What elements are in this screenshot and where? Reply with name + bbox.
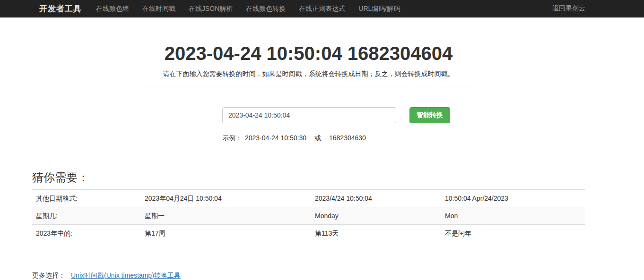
nav-item-url-encode[interactable]: URL编码/解码 bbox=[352, 0, 407, 17]
more-options-label: 更多选择： bbox=[32, 272, 65, 279]
row-value: 第113天 bbox=[311, 225, 441, 242]
section-divider bbox=[139, 87, 478, 87]
page-content: 2023-04-24 10:50:04 1682304604 请在下面输入您需要… bbox=[0, 43, 644, 280]
footer-more-options: 更多选择：Unix时间戳(Unix timestamp)转换工具 bbox=[32, 272, 585, 280]
example-timestamp: 1682304630 bbox=[329, 134, 366, 142]
smart-convert-button[interactable]: 智能转换 bbox=[409, 107, 450, 123]
row-value: Monday bbox=[311, 207, 441, 225]
row-label: 2023年中的: bbox=[32, 225, 141, 242]
example-label: 示例： bbox=[222, 134, 242, 142]
converter-description: 请在下面输入您需要转换的时间，如果是时间戳，系统将会转换成日期；反之，则会转换成… bbox=[32, 70, 585, 78]
nav-item-color-wall[interactable]: 在线颜色墙 bbox=[89, 0, 136, 17]
suggestions-section: 猜你需要： 其他日期格式: 2023年04月24日 10:50:04 2023/… bbox=[32, 170, 585, 242]
suggestions-table: 其他日期格式: 2023年04月24日 10:50:04 2023/4/24 1… bbox=[32, 189, 585, 242]
table-row-year-position: 2023年中的: 第17周 第113天 不是闰年 bbox=[32, 225, 585, 242]
nav-item-back-to-guochuangyun[interactable]: 返回果创云 bbox=[552, 4, 585, 13]
suggestions-heading: 猜你需要： bbox=[32, 170, 585, 185]
nav-item-json-parse[interactable]: 在线JSON解析 bbox=[182, 0, 239, 17]
row-value: 星期一 bbox=[141, 207, 311, 225]
time-input[interactable] bbox=[222, 107, 396, 123]
unix-timestamp-tool-link[interactable]: Unix时间戳(Unix timestamp)转换工具 bbox=[71, 272, 181, 279]
nav-item-timestamp[interactable]: 在线时间戳 bbox=[136, 0, 182, 17]
row-value: Mon bbox=[441, 207, 585, 225]
row-value: 2023/4/24 10:50:04 bbox=[311, 190, 441, 207]
row-value: 2023年04月24日 10:50:04 bbox=[141, 190, 311, 207]
row-label: 其他日期格式: bbox=[32, 190, 141, 207]
converter-form: 智能转换 示例：2023-04-24 10:50:30或1682304630 bbox=[139, 107, 478, 143]
row-value: 第17周 bbox=[141, 225, 311, 242]
example-or: 或 bbox=[314, 134, 321, 142]
table-row-weekday: 星期几: 星期一 Monday Mon bbox=[32, 207, 585, 225]
table-row-date-formats: 其他日期格式: 2023年04月24日 10:50:04 2023/4/24 1… bbox=[32, 190, 585, 207]
row-value: 10:50:04 Apr/24/2023 bbox=[441, 190, 585, 207]
row-value: 不是闰年 bbox=[441, 225, 585, 242]
example-line: 示例：2023-04-24 10:50:30或1682304630 bbox=[222, 134, 478, 143]
conversion-result-title: 2023-04-24 10:50:04 1682304604 bbox=[32, 43, 585, 64]
navbar-brand[interactable]: 开发者工具 bbox=[39, 3, 82, 14]
nav-item-regex[interactable]: 在线正则表达式 bbox=[292, 0, 352, 17]
row-label: 星期几: bbox=[32, 207, 141, 225]
example-datetime: 2023-04-24 10:50:30 bbox=[245, 134, 306, 142]
top-navbar: 开发者工具 在线颜色墙 在线时间戳 在线JSON解析 在线颜色转换 在线正则表达… bbox=[0, 0, 644, 17]
nav-item-color-convert[interactable]: 在线颜色转换 bbox=[239, 0, 292, 17]
converter-section: 2023-04-24 10:50:04 1682304604 请在下面输入您需要… bbox=[32, 43, 585, 143]
